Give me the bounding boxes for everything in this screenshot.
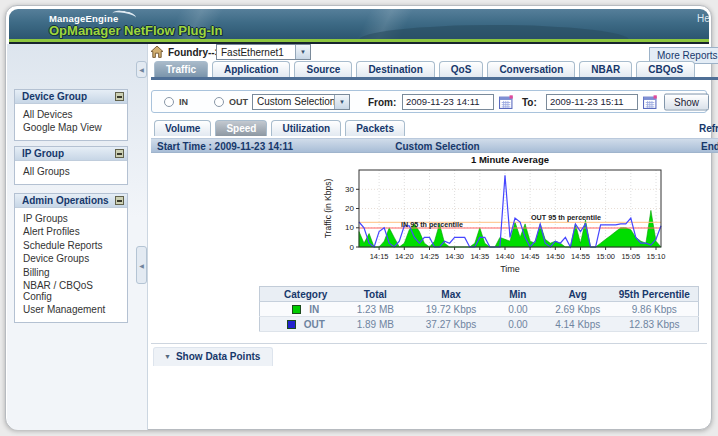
in-category-label: IN [309, 304, 319, 315]
sidebar-item-nbar-cbqos-config[interactable]: NBAR / CBQoS Config [15, 280, 127, 304]
screen: { "window": { "help_label": "Help" }, "b… [0, 0, 718, 436]
svg-text:14:45: 14:45 [521, 252, 540, 261]
tab-qos[interactable]: QoS [439, 61, 484, 77]
sidebar-collapse-handle[interactable]: ◀ [136, 61, 147, 78]
section-divider [151, 343, 707, 344]
col-category: Category [260, 287, 340, 302]
app-window: ManageEngine OpManager NetFlow Plug-In H… [5, 5, 712, 430]
collapse-left-icon: ◀ [139, 262, 144, 269]
device-path-label: Foundry--> [168, 47, 221, 58]
ip-group-header: IP Group [15, 147, 127, 161]
in-radio[interactable] [164, 97, 174, 107]
svg-text:OUT 95 th percentile: OUT 95 th percentile [531, 213, 601, 222]
out-radio[interactable] [214, 97, 224, 107]
col-max: Max [411, 287, 491, 302]
out-color-swatch [287, 320, 296, 329]
minimize-icon[interactable] [115, 149, 124, 158]
time-range-select[interactable]: Custom Selection ▼ [252, 94, 350, 110]
in-min: 0.00 [491, 302, 545, 317]
traffic-chart: 010203014:1514:2014:2514:3014:3514:4014:… [321, 153, 671, 275]
sidebar-item-ip-groups[interactable]: IP Groups [15, 212, 127, 226]
to-calendar-icon[interactable] [643, 95, 657, 109]
in-total: 1.23 MB [339, 302, 411, 317]
svg-text:0: 0 [350, 243, 355, 252]
sidebar-collapse-handle[interactable]: ◀ [136, 246, 147, 284]
device-group-header: Device Group [15, 90, 127, 104]
traffic-stats-table: Category Total Max Min Avg 95th Percenti… [259, 286, 699, 332]
subtab-utilization[interactable]: Utilization [271, 120, 341, 136]
tab-underline [151, 77, 718, 80]
svg-text:14:40: 14:40 [496, 252, 515, 261]
product-title: OpManager NetFlow Plug-In [49, 23, 222, 38]
tab-nbar[interactable]: NBAR [579, 61, 632, 77]
sidebar-item-device-groups[interactable]: Device Groups [15, 253, 127, 267]
out-radio-label: OUT [229, 97, 248, 107]
tab-destination[interactable]: Destination [356, 61, 434, 77]
device-group-panel: Device Group All Devices Google Map View [14, 89, 128, 141]
tab-source[interactable]: Source [294, 61, 352, 77]
range-type-label: Custom Selection [151, 141, 718, 152]
out-min: 0.00 [491, 317, 545, 332]
interface-select[interactable]: FastEthernet1 ▼ [216, 44, 311, 60]
chevron-down-icon: ▼ [334, 95, 349, 109]
ip-group-title: IP Group [22, 148, 64, 159]
subtab-volume[interactable]: Volume [154, 120, 211, 136]
svg-text:15:10: 15:10 [647, 252, 666, 261]
tab-conversation[interactable]: Conversation [487, 61, 575, 77]
in-95th: 9.86 Kbps [611, 302, 699, 317]
triangle-down-icon: ▼ [164, 353, 171, 360]
metric-subtabs: Volume Speed Utilization Packets [154, 120, 405, 136]
sidebar-item-all-devices[interactable]: All Devices [15, 108, 127, 122]
svg-text:14:20: 14:20 [395, 252, 414, 261]
svg-text:14:35: 14:35 [470, 252, 489, 261]
show-button[interactable]: Show [664, 93, 709, 110]
end-time-label: End Time : 2009-11-23 15:11 [701, 141, 718, 152]
subtab-speed[interactable]: Speed [215, 120, 267, 136]
svg-text:30: 30 [345, 185, 354, 194]
tab-cbqos[interactable]: CBQoS [636, 61, 695, 77]
col-min: Min [491, 287, 545, 302]
col-total: Total [339, 287, 411, 302]
sidebar-item-all-groups[interactable]: All Groups [15, 165, 127, 179]
sidebar-item-user-management[interactable]: User Management [15, 304, 127, 318]
svg-text:15:00: 15:00 [596, 252, 615, 261]
from-calendar-icon[interactable] [499, 95, 513, 109]
to-label: To: [522, 96, 537, 107]
refresh-link[interactable]: Refresh [699, 123, 718, 134]
svg-text:14:25: 14:25 [420, 252, 439, 261]
sidebar-item-alert-profiles[interactable]: Alert Profiles [15, 226, 127, 240]
sidebar-item-schedule-reports[interactable]: Schedule Reports [15, 239, 127, 253]
tab-traffic[interactable]: Traffic [154, 61, 208, 77]
svg-text:1 Minute Average: 1 Minute Average [471, 154, 549, 165]
ip-group-panel: IP Group All Groups [14, 146, 128, 185]
sidebar-item-google-map-view[interactable]: Google Map View [15, 122, 127, 136]
col-avg: Avg [545, 287, 611, 302]
table-row-in: IN 1.23 MB 19.72 Kbps 0.00 2.69 Kbps 9.8… [260, 302, 699, 317]
svg-text:14:55: 14:55 [571, 252, 590, 261]
in-avg: 2.69 Kbps [545, 302, 611, 317]
sidebar-item-billing[interactable]: Billing [15, 266, 127, 280]
subtab-packets[interactable]: Packets [345, 120, 405, 136]
help-link[interactable]: Help [697, 13, 709, 24]
svg-text:Time: Time [500, 264, 520, 274]
from-label: From: [368, 96, 396, 107]
admin-operations-header: Admin Operations [15, 194, 127, 208]
svg-text:14:50: 14:50 [546, 252, 565, 261]
device-group-title: Device Group [22, 91, 87, 102]
show-data-points-toggle[interactable]: ▼Show Data Points [153, 347, 273, 366]
out-max: 37.27 Kbps [411, 317, 491, 332]
from-date-input[interactable] [402, 94, 494, 110]
chevron-down-icon: ▼ [295, 45, 310, 59]
svg-text:20: 20 [345, 204, 354, 213]
in-color-swatch [292, 305, 301, 314]
to-date-input[interactable] [546, 94, 638, 110]
show-data-points-label: Show Data Points [176, 351, 260, 362]
tab-application[interactable]: Application [212, 61, 290, 77]
table-row-out: OUT 1.89 MB 37.27 Kbps 0.00 4.14 Kbps 12… [260, 317, 699, 332]
minimize-icon[interactable] [115, 92, 124, 101]
home-icon[interactable] [150, 45, 164, 59]
minimize-icon[interactable] [115, 196, 124, 205]
table-header-row: Category Total Max Min Avg 95th Percenti… [260, 287, 699, 302]
out-category-label: OUT [304, 319, 325, 330]
admin-operations-title: Admin Operations [22, 195, 109, 206]
